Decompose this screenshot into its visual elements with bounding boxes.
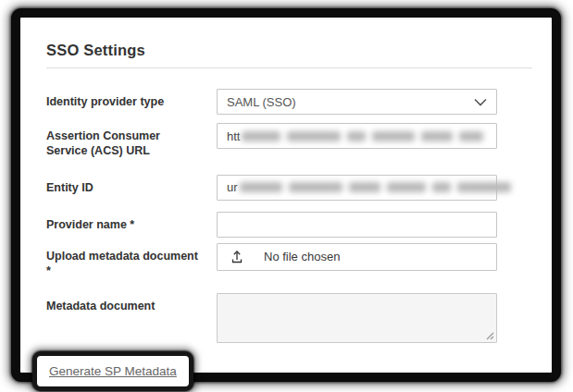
- identity-provider-type-select[interactable]: SAML (SSO): [217, 89, 497, 115]
- metadata-document-textarea[interactable]: [217, 293, 497, 343]
- provider-name-label: Provider name *: [46, 212, 217, 232]
- row-metadata-document: Metadata document: [46, 293, 533, 343]
- sso-settings-panel: SSO Settings Identity provider type SAML…: [20, 18, 552, 373]
- row-identity-provider-type: Identity provider type SAML (SSO): [46, 89, 533, 115]
- metadata-document-label: Metadata document: [46, 293, 217, 313]
- acs-url-input[interactable]: htt: [217, 123, 497, 149]
- row-acs-url: Assertion Consumer Service (ACS) URL htt: [46, 123, 533, 159]
- redacted-text: [240, 182, 511, 192]
- identity-provider-type-value: SAML (SSO): [227, 95, 296, 109]
- generate-sp-metadata-link[interactable]: Generate SP Metadata: [49, 364, 177, 378]
- chevron-down-icon: [474, 98, 487, 106]
- acs-url-visible-prefix: htt: [227, 129, 240, 143]
- provider-name-input[interactable]: [217, 212, 497, 238]
- redacted-text: [242, 131, 483, 141]
- entity-id-input[interactable]: ur: [217, 175, 497, 201]
- row-upload-metadata: Upload metadata document * No file chose…: [46, 243, 533, 279]
- screenshot-annotation-frame: SSO Settings Identity provider type SAML…: [12, 9, 560, 381]
- generate-sp-metadata-row: Generate SP Metadata: [32, 351, 533, 391]
- title-divider: [46, 67, 532, 68]
- resize-grip-icon[interactable]: [485, 331, 494, 340]
- file-status-text: No file chosen: [256, 250, 340, 263]
- row-provider-name: Provider name *: [46, 212, 533, 238]
- upload-metadata-file-input[interactable]: No file chosen: [217, 243, 497, 271]
- entity-id-visible-prefix: ur: [227, 180, 238, 194]
- entity-id-label: Entity ID: [46, 175, 217, 195]
- annotation-highlight-box: Generate SP Metadata: [32, 351, 193, 391]
- upload-metadata-label: Upload metadata document *: [46, 243, 217, 279]
- row-entity-id: Entity ID ur: [46, 175, 533, 201]
- acs-url-label: Assertion Consumer Service (ACS) URL: [46, 123, 217, 159]
- page-title: SSO Settings: [46, 42, 533, 59]
- upload-icon: [218, 244, 256, 270]
- identity-provider-type-label: Identity provider type: [46, 89, 217, 109]
